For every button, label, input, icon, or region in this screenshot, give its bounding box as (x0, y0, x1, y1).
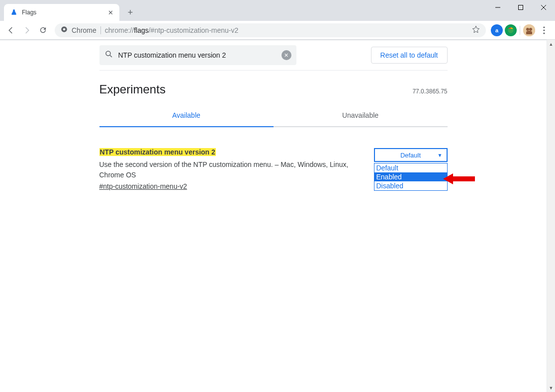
window-controls (486, 0, 555, 15)
dropdown-selected-value: Default (400, 152, 421, 159)
svg-point-9 (529, 28, 532, 31)
svg-point-7 (523, 24, 535, 36)
chevron-down-icon: ▼ (438, 153, 443, 158)
svg-point-5 (63, 28, 66, 31)
maximize-button[interactable] (509, 0, 532, 15)
address-bar[interactable]: Chrome chrome://flags/#ntp-customization… (55, 23, 486, 37)
flags-search-box[interactable]: ✕ (99, 45, 296, 65)
version-label: 77.0.3865.75 (412, 88, 447, 95)
menu-button[interactable] (537, 23, 551, 37)
flag-anchor-link[interactable]: #ntp-customization-menu-v2 (99, 182, 187, 190)
flags-tabs: Available Unavailable (99, 104, 448, 127)
dropdown-option-default[interactable]: Default (374, 163, 447, 172)
dropdown-options-list: Default Enabled Disabled (374, 163, 448, 191)
browser-tab[interactable]: Flags ✕ (4, 4, 119, 21)
chrome-page-icon (61, 26, 68, 34)
page-viewport: ✕ Reset all to default Experiments 77.0.… (0, 40, 547, 392)
scroll-up-button[interactable]: ▲ (547, 40, 555, 48)
new-tab-button[interactable]: + (123, 5, 137, 19)
flag-description: Use the second version of the NTP custom… (99, 159, 364, 180)
tab-unavailable[interactable]: Unavailable (274, 104, 448, 127)
star-icon[interactable] (472, 25, 480, 35)
forward-button[interactable] (20, 23, 34, 37)
tab-title: Flags (22, 9, 106, 16)
profile-avatar[interactable] (523, 24, 535, 36)
vertical-scrollbar[interactable]: ▲ ▼ (547, 40, 555, 392)
url-text: chrome://flags/#ntp-customization-menu-v… (105, 26, 238, 34)
back-button[interactable] (4, 23, 18, 37)
page-title: Experiments (99, 82, 166, 96)
url-scheme-label: Chrome (72, 26, 101, 34)
dropdown-option-enabled[interactable]: Enabled (374, 172, 447, 181)
search-icon (104, 50, 113, 61)
svg-point-8 (526, 28, 529, 31)
svg-point-12 (543, 32, 545, 34)
extension-b-icon[interactable] (505, 24, 517, 36)
scroll-down-button[interactable]: ▼ (547, 384, 555, 392)
clear-search-icon[interactable]: ✕ (281, 50, 291, 60)
svg-line-14 (110, 55, 112, 57)
svg-point-11 (543, 29, 545, 31)
close-window-button[interactable] (532, 0, 555, 15)
scrollbar-track[interactable] (547, 48, 555, 384)
svg-marker-15 (443, 173, 475, 184)
flag-entry: NTP customization menu version 2 Use the… (99, 127, 448, 190)
browser-toolbar: Chrome chrome://flags/#ntp-customization… (0, 21, 555, 40)
tab-available[interactable]: Available (99, 104, 274, 127)
flask-icon (10, 8, 18, 16)
flag-title: NTP customization menu version 2 (99, 148, 216, 156)
reload-button[interactable] (36, 23, 50, 37)
svg-rect-1 (519, 5, 523, 10)
toolbar-separator (520, 26, 520, 35)
minimize-button[interactable] (486, 0, 509, 15)
close-tab-icon[interactable]: ✕ (106, 8, 114, 16)
flag-state-dropdown[interactable]: Default ▼ (374, 148, 448, 162)
reset-all-button[interactable]: Reset all to default (371, 47, 448, 64)
window-titlebar: Flags ✕ + (0, 0, 555, 21)
dropdown-option-disabled[interactable]: Disabled (374, 181, 447, 190)
svg-point-10 (543, 26, 545, 28)
svg-point-13 (106, 51, 110, 56)
extension-a-icon[interactable]: a (491, 24, 503, 36)
flags-search-input[interactable] (118, 51, 277, 59)
annotation-arrow-icon (443, 172, 475, 185)
